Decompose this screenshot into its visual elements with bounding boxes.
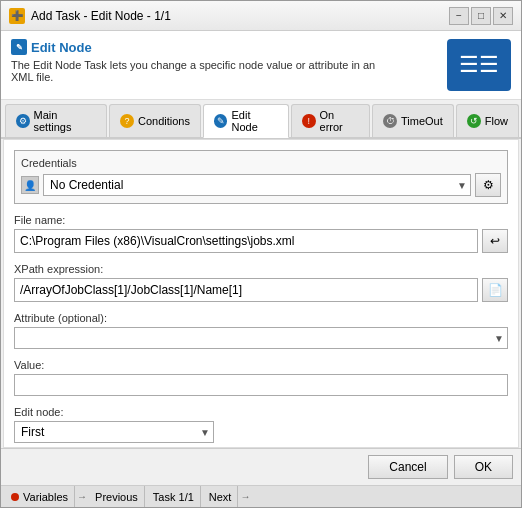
main-settings-icon: ⚙ [16,114,30,128]
edit-node-select[interactable]: First Next Previous Last [14,421,214,443]
header-logo: ☰☰ [447,39,511,91]
xpath-label: XPath expression: [14,263,508,275]
timeout-icon: ⏱ [383,114,397,128]
value-row: Value: [14,359,508,396]
tab-main-settings-label: Main settings [34,109,97,133]
edit-node-tab-icon: ✎ [214,114,228,128]
variables-status-item[interactable]: Variables [5,486,75,507]
credentials-section: Credentials 👤 No Credential ▼ ⚙ [14,150,508,204]
flow-icon: ↺ [467,114,481,128]
conditions-icon: ? [120,114,134,128]
on-error-icon: ! [302,114,315,128]
value-label: Value: [14,359,508,371]
header-title: ✎ Edit Node [11,39,391,55]
header-section: ✎ Edit Node The Edit Node Task lets you … [1,31,521,100]
tab-on-error-label: On error [320,109,359,133]
header-left: ✎ Edit Node The Edit Node Task lets you … [11,39,391,83]
file-name-row: File name: ↩ [14,214,508,253]
edit-node-row: Edit node: First Next Previous Last ▼ [14,406,508,443]
attribute-select[interactable] [14,327,508,349]
header-description: The Edit Node Task lets you change a spe… [11,59,391,83]
previous-status-item[interactable]: Previous [89,486,145,507]
credentials-person-icon: 👤 [21,176,39,194]
file-name-input[interactable] [14,229,478,253]
ok-button[interactable]: OK [454,455,513,479]
tab-conditions-label: Conditions [138,115,190,127]
edit-node-label: Edit node: [14,406,508,418]
logo-icon: ☰☰ [459,52,499,78]
tab-edit-node[interactable]: ✎ Edit Node [203,104,289,138]
attribute-row: Attribute (optional): ▼ [14,312,508,349]
tab-timeout[interactable]: ⏱ TimeOut [372,104,454,137]
attribute-select-wrapper: ▼ [14,327,508,349]
variables-label: Variables [23,491,68,503]
file-name-label: File name: [14,214,508,226]
edit-node-icon: ✎ [11,39,27,55]
edit-node-select-wrapper: First Next Previous Last ▼ [14,421,214,443]
task-status-item: Task 1/1 [147,486,201,507]
credentials-label: Credentials [21,157,501,169]
tab-on-error[interactable]: ! On error [291,104,370,137]
tab-flow[interactable]: ↺ Flow [456,104,519,137]
tabs-bar: ⚙ Main settings ? Conditions ✎ Edit Node… [1,100,521,139]
tab-main-settings[interactable]: ⚙ Main settings [5,104,107,137]
xpath-row: XPath expression: 📄 [14,263,508,302]
next-arrow-icon: → [240,491,250,502]
status-bar: Variables → Previous Task 1/1 Next → [1,485,521,507]
credentials-row: 👤 No Credential ▼ ⚙ [21,173,501,197]
tab-edit-node-label: Edit Node [231,109,278,133]
xpath-input-row: 📄 [14,278,508,302]
task-label: Task 1/1 [153,491,194,503]
tab-flow-label: Flow [485,115,508,127]
xpath-browse-button[interactable]: 📄 [482,278,508,302]
close-button[interactable]: ✕ [493,7,513,25]
main-window: ➕ Add Task - Edit Node - 1/1 − □ ✕ ✎ Edi… [0,0,522,508]
window-icon: ➕ [9,8,25,24]
title-bar-left: ➕ Add Task - Edit Node - 1/1 [9,8,171,24]
file-name-input-row: ↩ [14,229,508,253]
next-status-item[interactable]: Next [203,486,239,507]
prev-arrow-icon: → [77,491,87,502]
header-title-text: Edit Node [31,40,92,55]
variables-dot [11,493,19,501]
previous-label: Previous [95,491,138,503]
attribute-label: Attribute (optional): [14,312,508,324]
content-area: Credentials 👤 No Credential ▼ ⚙ File nam… [3,139,519,448]
cancel-button[interactable]: Cancel [368,455,447,479]
title-controls: − □ ✕ [449,7,513,25]
window-title: Add Task - Edit Node - 1/1 [31,9,171,23]
xpath-input[interactable] [14,278,478,302]
file-name-browse-button[interactable]: ↩ [482,229,508,253]
value-input[interactable] [14,374,508,396]
footer-buttons: Cancel OK [1,448,521,485]
title-bar: ➕ Add Task - Edit Node - 1/1 − □ ✕ [1,1,521,31]
credentials-select-wrapper: No Credential ▼ [43,174,471,196]
credentials-manage-button[interactable]: ⚙ [475,173,501,197]
credentials-select[interactable]: No Credential [43,174,471,196]
tab-conditions[interactable]: ? Conditions [109,104,201,137]
next-label: Next [209,491,232,503]
tab-timeout-label: TimeOut [401,115,443,127]
minimize-button[interactable]: − [449,7,469,25]
maximize-button[interactable]: □ [471,7,491,25]
